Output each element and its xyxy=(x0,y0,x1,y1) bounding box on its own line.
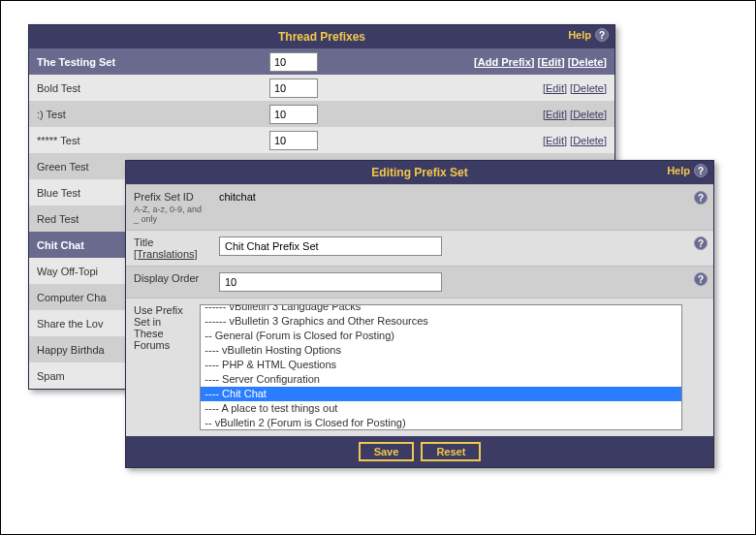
field-help-icon[interactable]: ? xyxy=(694,236,708,250)
panel-title: Editing Prefix Set xyxy=(371,166,467,179)
prefix-name: ***** Test xyxy=(29,127,262,153)
edit-link[interactable]: [Edit] xyxy=(537,56,564,68)
form-row-prefix-set-id: Prefix Set ID A-Z, a-z, 0-9, and _ only … xyxy=(126,184,713,230)
help-icon: ? xyxy=(595,28,609,42)
forum-option[interactable]: -- General (Forum is Closed for Posting) xyxy=(201,329,681,343)
form-row-title: Title [Translations] ? xyxy=(126,230,713,266)
table-row: :) Test [Edit] [Delete] xyxy=(29,101,614,127)
form-row-forums: Use Prefix Set in These Forums ------ vB… xyxy=(126,298,713,436)
edit-link[interactable]: [Edit] xyxy=(543,135,567,146)
field-hint: A-Z, a-z, 0-9, and _ only xyxy=(134,205,204,224)
delete-link[interactable]: [Delete] xyxy=(568,56,607,68)
help-icon: ? xyxy=(694,164,708,177)
help-link[interactable]: Help ? xyxy=(568,28,609,42)
panel-header: Thread Prefixes Help ? xyxy=(29,25,614,48)
add-prefix-link[interactable]: [Add Prefix] xyxy=(474,56,534,68)
forum-option[interactable]: ---- vBulletin Hosting Options xyxy=(201,343,681,358)
display-order-input[interactable] xyxy=(219,272,442,292)
field-label: Title [Translations] xyxy=(126,231,211,266)
reset-button[interactable]: Reset xyxy=(421,442,481,461)
save-button[interactable]: Save xyxy=(359,442,415,461)
forum-option[interactable]: ---- A place to test things out xyxy=(201,401,681,416)
panel-title: Thread Prefixes xyxy=(278,30,365,44)
prefix-name: Bold Test xyxy=(29,75,262,101)
button-bar: Save Reset xyxy=(126,436,713,467)
translations-link[interactable]: [Translations] xyxy=(134,248,204,260)
delete-link[interactable]: [Delete] xyxy=(570,109,607,120)
editing-prefix-set-panel: Editing Prefix Set Help ? Prefix Set ID … xyxy=(125,160,714,468)
field-label: Use Prefix Set in These Forums xyxy=(126,299,192,357)
forum-option[interactable]: ---- Server Configuration xyxy=(201,372,681,387)
field-help-icon[interactable]: ? xyxy=(694,272,708,286)
delete-link[interactable]: [Delete] xyxy=(570,135,607,146)
set-order-input[interactable] xyxy=(269,52,318,72)
title-input[interactable] xyxy=(219,236,442,256)
form-row-display-order: Display Order ? xyxy=(126,266,713,298)
field-label: Prefix Set ID A-Z, a-z, 0-9, and _ only xyxy=(126,185,211,230)
set-name: The Testing Set xyxy=(29,48,262,75)
field-label: Display Order xyxy=(126,267,211,290)
table-row: Bold Test [Edit] [Delete] xyxy=(29,75,614,101)
field-help-icon[interactable]: ? xyxy=(694,191,708,205)
order-input[interactable] xyxy=(269,105,318,124)
panel-header: Editing Prefix Set Help ? xyxy=(126,161,713,184)
table-header-row: The Testing Set [Add Prefix] [Edit] [Del… xyxy=(29,48,614,75)
help-label: Help xyxy=(667,165,690,176)
forums-select[interactable]: ------ vBulletin 3 Language Packs------ … xyxy=(200,304,682,430)
help-label: Help xyxy=(568,29,591,41)
forum-option[interactable]: ------ vBulletin 3 Graphics and Other Re… xyxy=(201,314,681,329)
delete-link[interactable]: [Delete] xyxy=(570,82,607,94)
prefix-set-id-value: chitchat xyxy=(219,191,256,203)
forum-option[interactable]: ---- Chit Chat xyxy=(201,387,681,401)
order-input[interactable] xyxy=(269,79,318,98)
order-input[interactable] xyxy=(269,131,318,150)
edit-link[interactable]: [Edit] xyxy=(543,82,567,94)
forum-option[interactable]: -- vBulletin 2 (Forum is Closed for Post… xyxy=(201,416,681,430)
prefix-name: :) Test xyxy=(29,101,262,127)
forum-option[interactable]: ------ vBulletin 3 Language Packs xyxy=(201,304,681,314)
forum-option[interactable]: ---- PHP & HTML Questions xyxy=(201,358,681,372)
edit-link[interactable]: [Edit] xyxy=(543,109,567,120)
table-row: ***** Test [Edit] [Delete] xyxy=(29,127,614,153)
help-link[interactable]: Help ? xyxy=(667,164,708,177)
